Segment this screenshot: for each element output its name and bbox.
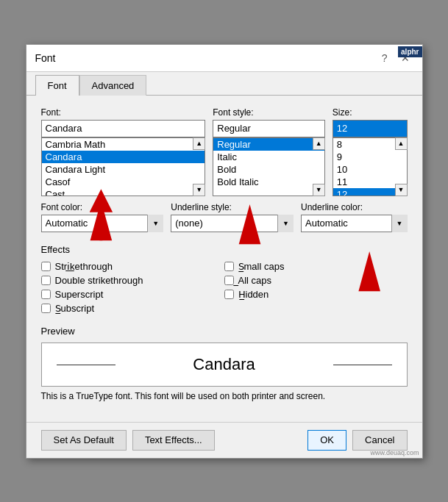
preview-line-right <box>333 365 392 365</box>
subscript-label: S̲ubscript <box>55 303 95 314</box>
font-column: Font: Cambria Math Candara Candara Light… <box>41 107 206 196</box>
double-strikethrough-row: Double strikethrough <box>41 275 224 286</box>
style-label: Font style: <box>213 107 325 118</box>
size-input[interactable] <box>333 120 408 137</box>
subscript-row: S̲ubscript <box>41 303 224 314</box>
cancel-button[interactable]: Cancel <box>352 430 407 451</box>
font-listbox[interactable]: Cambria Math Candara Candara Light Casof… <box>41 137 206 196</box>
ok-button[interactable]: OK <box>307 430 346 451</box>
text-effects-button[interactable]: Text Effects... <box>132 430 215 451</box>
underline-color-column: Underline color: Automatic ▼ <box>301 202 408 232</box>
dropdowns-row: Font color: Automatic ▼ Underline style:… <box>41 202 408 232</box>
underline-style-column: Underline style: (none) ▼ <box>171 202 294 232</box>
tab-advanced[interactable]: Advanced <box>79 75 147 96</box>
effects-left-col: Stri͟kethrough Double strikethrough Supe… <box>41 261 224 314</box>
list-item[interactable]: Cast <box>42 188 205 196</box>
underline-color-select[interactable]: Automatic <box>301 215 408 232</box>
list-item[interactable]: Casof <box>42 176 205 188</box>
all-caps-label: ̲All caps <box>238 275 272 286</box>
tab-bar: Font Advanced <box>26 75 422 96</box>
underline-style-select-wrap: (none) ▼ <box>171 215 294 232</box>
all-caps-row: ̲All caps <box>224 275 408 286</box>
list-item[interactable]: Bold Italic <box>213 176 324 188</box>
double-strikethrough-label: Double strikethrough <box>55 275 143 286</box>
preview-line-left <box>57 365 115 365</box>
size-list-scroll-up[interactable]: ▲ <box>395 137 408 150</box>
style-listbox-container: Regular Italic Bold Bold Italic ▲ ▼ <box>213 137 325 196</box>
style-column: Font style: Regular Italic Bold Bold Ita… <box>213 107 325 196</box>
hidden-label: H̲idden <box>238 289 269 300</box>
preview-text: Candara <box>193 355 255 374</box>
title-bar: Font ? ✕ <box>26 45 422 72</box>
style-list-scroll-up[interactable]: ▲ <box>313 137 325 150</box>
underline-color-select-wrap: Automatic ▼ <box>301 215 408 232</box>
strikethrough-row: Stri͟kethrough <box>41 261 224 272</box>
font-label: Font: <box>41 107 206 118</box>
list-item[interactable]: Regular <box>213 138 324 151</box>
size-list-scroll-down[interactable]: ▼ <box>395 184 408 196</box>
all-caps-checkbox[interactable] <box>224 276 234 285</box>
tab-font[interactable]: Font <box>35 75 79 96</box>
small-caps-label: S̲mall caps <box>238 261 285 272</box>
preview-section: Preview Candara This is a TrueType font.… <box>41 326 408 401</box>
font-color-select[interactable]: Automatic <box>41 215 164 232</box>
font-list-scroll-up[interactable]: ▲ <box>193 137 205 150</box>
font-listbox-container: Cambria Math Candara Candara Light Casof… <box>41 137 206 196</box>
double-strikethrough-checkbox[interactable] <box>41 276 51 285</box>
dialog-footer: Set As Default Text Effects... OK Cancel <box>26 422 422 458</box>
watermark: www.deuaq.com <box>370 449 419 456</box>
underline-style-select[interactable]: (none) <box>171 215 294 232</box>
effects-grid: Stri͟kethrough Double strikethrough Supe… <box>41 261 408 314</box>
style-listbox[interactable]: Regular Italic Bold Bold Italic <box>213 137 325 196</box>
size-listbox-container: 8 9 10 11 12 ▲ ▼ <box>333 137 408 196</box>
list-item[interactable]: Bold <box>213 163 324 176</box>
small-caps-row: S̲mall caps <box>224 261 408 272</box>
superscript-checkbox[interactable] <box>41 290 51 299</box>
underline-color-label: Underline color: <box>301 202 408 212</box>
font-input[interactable] <box>41 120 206 137</box>
font-color-label: Font color: <box>41 202 164 212</box>
hidden-checkbox[interactable] <box>224 290 234 299</box>
preview-label: Preview <box>41 326 408 337</box>
underline-style-label: Underline style: <box>171 202 294 212</box>
list-item[interactable]: Italic <box>213 151 324 163</box>
list-item[interactable]: Candara <box>42 151 205 163</box>
list-item[interactable]: Candara Light <box>42 163 205 176</box>
preview-caption: This is a TrueType font. This font will … <box>41 391 408 401</box>
size-label: Size: <box>333 107 408 118</box>
style-input[interactable] <box>213 120 325 137</box>
hidden-row: H̲idden <box>224 289 408 300</box>
size-column: Size: 8 9 10 11 12 ▲ ▼ <box>333 107 408 196</box>
small-caps-checkbox[interactable] <box>224 262 234 271</box>
strikethrough-checkbox[interactable] <box>41 262 51 271</box>
brand-logo: alphr <box>398 46 422 57</box>
superscript-row: Superscript <box>41 289 224 300</box>
dialog-content: Font: Cambria Math Candara Candara Light… <box>26 96 422 422</box>
strikethrough-label: Stri͟kethrough <box>55 261 113 272</box>
subscript-checkbox[interactable] <box>41 304 51 313</box>
font-list-scroll-down[interactable]: ▼ <box>193 184 205 196</box>
font-color-column: Font color: Automatic ▼ <box>41 202 164 232</box>
font-dialog: alphr Font ? ✕ Font Advanced Font: Cambr… <box>26 44 423 459</box>
font-color-select-wrap: Automatic ▼ <box>41 215 164 232</box>
help-button[interactable]: ? <box>378 51 391 65</box>
superscript-label: Superscript <box>55 289 104 300</box>
list-item[interactable]: 9 <box>333 151 407 163</box>
font-style-size-row: Font: Cambria Math Candara Candara Light… <box>41 107 408 196</box>
set-as-default-button[interactable]: Set As Default <box>41 430 127 451</box>
list-item[interactable]: Cambria Math <box>42 138 205 151</box>
style-list-scroll-down[interactable]: ▼ <box>313 184 325 196</box>
list-item[interactable]: 10 <box>333 163 407 176</box>
effects-section-title: Effects <box>41 244 408 255</box>
effects-right-col: S̲mall caps ̲All caps H̲idden <box>224 261 408 314</box>
dialog-title: Font <box>35 52 56 64</box>
preview-box: Candara <box>41 343 408 387</box>
